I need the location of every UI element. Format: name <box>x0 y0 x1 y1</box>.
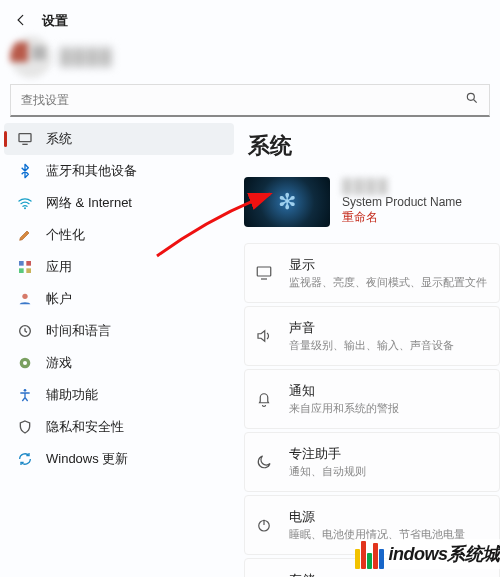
moon-icon <box>253 453 275 471</box>
sound-icon <box>253 327 275 345</box>
clock-icon <box>16 323 34 339</box>
bell-icon <box>253 390 275 408</box>
sidebar-item-bluetooth[interactable]: 蓝牙和其他设备 <box>4 155 234 187</box>
sidebar-item-label: 时间和语言 <box>46 322 111 340</box>
row-title: 专注助手 <box>289 445 366 463</box>
sidebar-item-label: 游戏 <box>46 354 72 372</box>
row-notifications[interactable]: 通知 来自应用和系统的警报 <box>244 369 500 429</box>
sidebar-item-label: 系统 <box>46 130 72 148</box>
profile-name: ████ <box>60 48 113 66</box>
sidebar-item-accounts[interactable]: 帐户 <box>4 283 234 315</box>
bluetooth-icon <box>16 163 34 179</box>
search-input[interactable] <box>11 93 455 107</box>
window-title: 设置 <box>42 12 68 30</box>
row-display[interactable]: 显示 监视器、亮度、夜间模式、显示配置文件 <box>244 243 500 303</box>
back-button[interactable] <box>14 13 28 30</box>
sidebar: 系统 蓝牙和其他设备 网络 & Internet 个性化 <box>0 123 238 577</box>
row-subtitle: 通知、自动规则 <box>289 464 366 479</box>
svg-point-11 <box>24 389 27 392</box>
row-focus[interactable]: 专注助手 通知、自动规则 <box>244 432 500 492</box>
row-subtitle: 来自应用和系统的警报 <box>289 401 399 416</box>
account-icon <box>16 291 34 307</box>
wifi-icon <box>16 195 34 211</box>
row-subtitle: 监视器、亮度、夜间模式、显示配置文件 <box>289 275 487 290</box>
page-title: 系统 <box>244 131 500 161</box>
profile-block[interactable]: ████ <box>0 34 500 84</box>
gaming-icon <box>16 355 34 371</box>
monitor-icon <box>253 264 275 282</box>
sidebar-item-label: 蓝牙和其他设备 <box>46 162 137 180</box>
sidebar-item-label: 网络 & Internet <box>46 194 132 212</box>
sidebar-item-system[interactable]: 系统 <box>4 123 234 155</box>
svg-point-0 <box>467 93 474 100</box>
apps-icon <box>16 259 34 275</box>
sidebar-item-time[interactable]: 时间和语言 <box>4 315 234 347</box>
search-box[interactable] <box>10 84 490 117</box>
rename-link[interactable]: 重命名 <box>342 209 462 226</box>
desktop-thumbnail[interactable] <box>244 177 330 227</box>
main-panel: 系统 ████ System Product Name 重命名 显示 监视器、亮… <box>238 123 500 577</box>
sidebar-item-network[interactable]: 网络 & Internet <box>4 187 234 219</box>
svg-rect-12 <box>257 267 271 276</box>
watermark-logo <box>355 539 389 569</box>
sidebar-item-accessibility[interactable]: 辅助功能 <box>4 379 234 411</box>
sidebar-item-label: 个性化 <box>46 226 85 244</box>
update-icon <box>16 451 34 467</box>
system-icon <box>16 131 34 147</box>
sidebar-item-label: 隐私和安全性 <box>46 418 124 436</box>
svg-rect-1 <box>19 134 31 142</box>
row-title: 电源 <box>289 508 465 526</box>
sidebar-item-update[interactable]: Windows 更新 <box>4 443 234 475</box>
avatar <box>10 36 52 78</box>
svg-rect-5 <box>19 268 24 273</box>
device-block: ████ System Product Name 重命名 <box>244 177 500 227</box>
svg-rect-3 <box>19 261 24 266</box>
svg-point-7 <box>22 294 27 299</box>
sidebar-item-label: 辅助功能 <box>46 386 98 404</box>
watermark: indows系统城 <box>355 539 501 569</box>
settings-list: 显示 监视器、亮度、夜间模式、显示配置文件 声音 音量级别、输出、输入、声音设备 <box>244 243 500 577</box>
sidebar-item-gaming[interactable]: 游戏 <box>4 347 234 379</box>
sidebar-item-apps[interactable]: 应用 <box>4 251 234 283</box>
svg-point-10 <box>23 361 27 365</box>
row-title: 声音 <box>289 319 454 337</box>
sidebar-item-personalize[interactable]: 个性化 <box>4 219 234 251</box>
search-icon <box>455 91 489 109</box>
shield-icon <box>16 419 34 435</box>
svg-rect-6 <box>26 268 31 273</box>
sidebar-item-label: 帐户 <box>46 290 72 308</box>
power-icon <box>253 516 275 534</box>
svg-rect-4 <box>26 261 31 266</box>
row-title: 显示 <box>289 256 487 274</box>
row-title: 通知 <box>289 382 399 400</box>
sidebar-item-label: 应用 <box>46 258 72 276</box>
watermark-text: indows系统城 <box>389 542 501 566</box>
sidebar-item-label: Windows 更新 <box>46 450 128 468</box>
device-name: ████ <box>342 178 462 194</box>
accessibility-icon <box>16 387 34 403</box>
svg-point-2 <box>24 207 26 209</box>
product-name: System Product Name <box>342 195 462 209</box>
paintbrush-icon <box>16 227 34 243</box>
row-sound[interactable]: 声音 音量级别、输出、输入、声音设备 <box>244 306 500 366</box>
row-title: 存储 <box>289 571 432 577</box>
sidebar-item-privacy[interactable]: 隐私和安全性 <box>4 411 234 443</box>
row-subtitle: 音量级别、输出、输入、声音设备 <box>289 338 454 353</box>
